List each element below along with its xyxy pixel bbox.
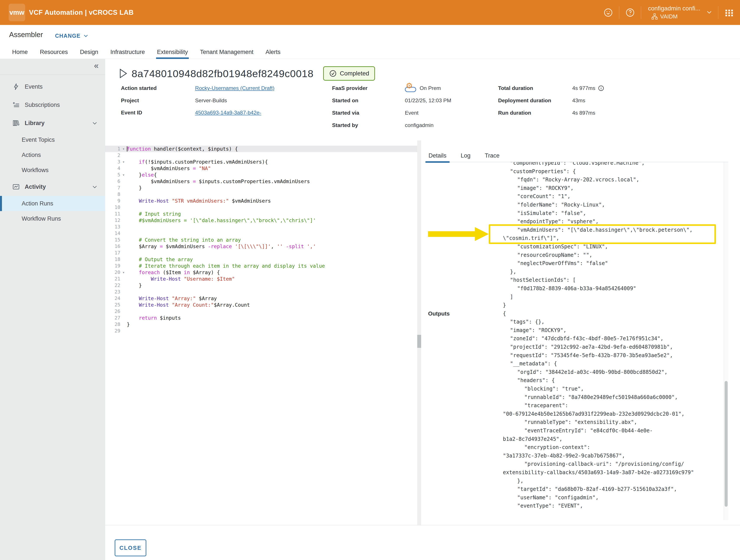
fold-spacer <box>120 165 127 172</box>
tenant-name: VAIDM <box>660 13 677 20</box>
fold-icon[interactable]: ▾ <box>120 269 127 276</box>
json-text: "isSimulate": "false", <box>503 209 586 217</box>
sidebar-item-workflows[interactable]: Workflows <box>0 163 105 178</box>
chevron-down-icon[interactable] <box>706 9 713 16</box>
activity-icon <box>12 183 20 191</box>
line-number: 5 <box>105 172 120 178</box>
tab-resources[interactable]: Resources <box>40 45 68 59</box>
token: # Output the array <box>127 257 193 262</box>
tab-tenant-management[interactable]: Tenant Management <box>200 45 253 59</box>
json-label-spacer <box>425 162 503 167</box>
code-line: 17 <box>105 250 417 256</box>
sidebar-item-label: Subscriptions <box>25 102 60 108</box>
json-text: "traceparent": <box>503 401 568 410</box>
token: $inputs <box>157 315 181 321</box>
splitter-handle[interactable] <box>417 335 421 348</box>
user-menu[interactable]: configadmin confi... VAIDM <box>648 5 700 20</box>
code-line: 26 <box>105 308 417 315</box>
tab-design[interactable]: Design <box>80 45 98 59</box>
token: Write-Host <box>139 302 169 308</box>
json-text: "fqdn": "Rocky-Array-202.vcrocs.local", <box>503 176 639 184</box>
sidebar-item-events[interactable]: Events <box>0 78 105 96</box>
line-number: 25 <box>105 302 120 308</box>
json-label-spacer <box>425 343 503 351</box>
sidebar-item-event-topics[interactable]: Event Topics <box>0 132 105 148</box>
json-text: "eventTraceEntryId": "e84cdf0c-0b44-4e0e… <box>503 427 653 435</box>
collapse-sidebar-button[interactable]: « <box>94 61 99 71</box>
token: "NA" <box>199 166 211 171</box>
sidebar-item-action-runs[interactable]: Action Runs <box>0 196 105 211</box>
line-number: 28 <box>105 321 120 328</box>
json-text: "__metadata": { <box>503 360 557 368</box>
fold-spacer <box>120 237 127 243</box>
meta-value-link[interactable]: 4503a693-14a9-3a87-b42e- <box>195 110 261 116</box>
line-number: 7 <box>105 185 120 191</box>
json-line: "blocking": "true", <box>425 385 723 393</box>
on-prem-icon: ⚙ <box>405 84 417 93</box>
meta-value: 4s 897ms <box>572 110 595 116</box>
token: $vmAdminUsers <box>127 166 193 171</box>
code-editor[interactable]: 1▾function handler($context, $inputs) {2… <box>105 141 417 525</box>
scrollbar-thumb[interactable] <box>725 381 728 507</box>
fold-spacer <box>120 185 127 191</box>
code-line: 11 # Input string <box>105 211 417 217</box>
token: Write-Host <box>151 276 181 282</box>
token: # Iterate through each item in the array… <box>127 263 325 269</box>
feedback-smiley-icon[interactable] <box>603 7 614 18</box>
run-metadata-col2: FaaS provider⚙On PremStarted on01/22/25,… <box>332 85 451 134</box>
sidebar-item-activity[interactable]: Activity <box>0 178 105 196</box>
json-label-spacer <box>425 351 503 360</box>
sidebar-item-workflow-runs[interactable]: Workflow Runs <box>0 211 105 226</box>
code-line: 15 # Convert the string into an array <box>105 237 417 243</box>
fold-spacer <box>120 282 127 289</box>
sidebar-item-subscriptions[interactable]: Subscriptions <box>0 96 105 114</box>
code-text: # Input string <box>127 211 181 217</box>
line-number: 3 <box>105 159 120 165</box>
code-text: $Array = $vmAdminUsers -replace '[\[\\\"… <box>127 243 316 250</box>
json-label-spacer <box>425 427 503 435</box>
meta-value-link[interactable]: Rocky-Usernames (Current Draft) <box>195 85 274 91</box>
json-label-spacer <box>425 276 503 284</box>
json-line: Outputs{ <box>425 309 723 318</box>
json-label-spacer <box>425 477 503 485</box>
fold-spacer <box>120 328 127 334</box>
change-button[interactable]: CHANGE <box>55 33 89 39</box>
token: in <box>184 270 190 275</box>
help-icon[interactable] <box>625 7 635 18</box>
fold-icon[interactable]: ▾ <box>120 172 127 178</box>
close-button[interactable]: CLOSE <box>115 539 146 556</box>
line-number: 24 <box>105 295 120 302</box>
code-text: if(!$inputs.customProperties.vmAdminUser… <box>127 159 268 165</box>
sidebar-item-actions[interactable]: Actions <box>0 148 105 163</box>
fold-icon[interactable]: ▾ <box>120 146 127 152</box>
json-line: "00-679124e4b50e1265b67ad931f2299eab-232… <box>425 410 723 418</box>
token: ',' <box>307 244 316 249</box>
info-icon[interactable] <box>598 85 604 91</box>
fold-icon[interactable]: ▾ <box>120 159 127 165</box>
line-number: 18 <box>105 256 120 263</box>
token: if <box>139 159 145 165</box>
line-number: 19 <box>105 263 120 269</box>
sidebar-item-label: Workflows <box>22 167 49 174</box>
fold-spacer <box>120 302 127 308</box>
tab-home[interactable]: Home <box>12 45 28 59</box>
tab-infrastructure[interactable]: Infrastructure <box>110 45 145 59</box>
tab-log[interactable]: Log <box>461 150 471 162</box>
json-label-spacer <box>425 435 503 443</box>
line-number: 26 <box>105 308 120 315</box>
code-line: 25 Write-Host "Array Count:"$Array.Count <box>105 302 417 308</box>
sidebar-item-library[interactable]: Library <box>0 114 105 132</box>
meta-row: Started on01/22/25, 12:03 PM <box>332 97 451 104</box>
tab-extensibility[interactable]: Extensibility <box>157 45 188 59</box>
tab-alerts[interactable]: Alerts <box>266 45 280 59</box>
code-line: 23 <box>105 289 417 295</box>
highlight-arrow <box>428 231 475 237</box>
tab-trace[interactable]: Trace <box>485 150 499 162</box>
code-line: 14 <box>105 230 417 237</box>
org-icon <box>651 13 658 20</box>
app-switcher-icon[interactable] <box>724 7 734 18</box>
tab-details[interactable]: Details <box>429 150 447 162</box>
json-viewer[interactable]: "componentTypeId": "Cloud.vSphere.Machin… <box>425 162 723 520</box>
json-line: "coreCount": "1", <box>425 192 723 201</box>
meta-value-text: 43ms <box>572 98 585 104</box>
